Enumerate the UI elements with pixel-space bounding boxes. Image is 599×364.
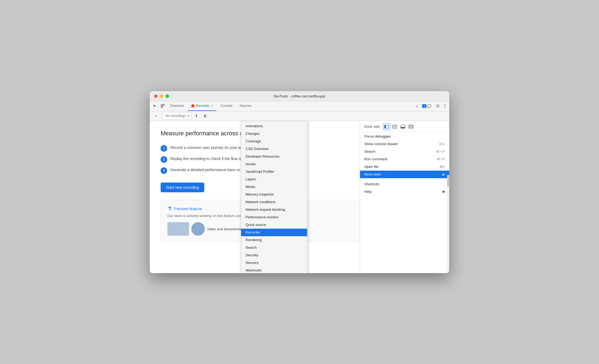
flask-icon: ⚗ — [167, 206, 172, 212]
issues-badge-button[interactable]: 1 💬 — [420, 102, 433, 110]
menu-coverage-label: Coverage — [246, 139, 261, 143]
open-file-label: Open file — [364, 165, 378, 169]
menu-developer-resources-label: Developer Resources — [246, 154, 279, 158]
dock-left-button[interactable] — [383, 123, 390, 130]
right-menu-help[interactable]: Help ▶ — [360, 188, 449, 196]
overflow-tabs-button[interactable]: » — [414, 102, 419, 110]
menu-item-media[interactable]: Media — [241, 183, 307, 191]
menu-recorder-label: Recorder — [246, 230, 260, 234]
start-recording-label: Start new recording — [166, 185, 199, 190]
more-options-button[interactable] — [443, 102, 447, 110]
dock-right-split-button[interactable] — [391, 123, 398, 130]
tab-sources-label: Sources — [239, 104, 251, 108]
svg-rect-13 — [401, 127, 405, 128]
svg-point-4 — [445, 104, 445, 105]
menu-performance-monitor-label: Performance monitor — [246, 215, 278, 219]
start-recording-button[interactable]: Start new recording — [161, 183, 204, 192]
svg-rect-8 — [384, 125, 386, 128]
menu-network-request-blocking-label: Network request blocking — [246, 207, 285, 212]
menu-item-issues[interactable]: Issues — [241, 160, 307, 168]
maximize-button[interactable] — [165, 94, 169, 98]
right-menu-more-tools[interactable]: More tools ▶ — [360, 171, 449, 178]
help-arrow-icon: ▶ — [443, 190, 445, 193]
menu-item-coverage[interactable]: Coverage — [241, 138, 307, 145]
tab-recorder[interactable]: 🔴 Recorder ✕ — [188, 101, 216, 111]
right-menu-run-command[interactable]: Run command ⌘⇧P — [360, 155, 449, 163]
step-3-number: 3 — [161, 167, 167, 174]
menu-item-recorder[interactable]: Recorder — [241, 229, 307, 236]
tab-recorder-close[interactable]: ✕ — [211, 104, 213, 108]
settings-button[interactable] — [434, 102, 442, 110]
thumbnail-image-1 — [167, 222, 189, 236]
dropdown-arrow-icon: ▾ — [187, 114, 189, 118]
menu-item-animations[interactable]: Animations — [241, 122, 307, 130]
menu-item-network-request-blocking[interactable]: Network request blocking — [241, 206, 307, 213]
menu-issues-label: Issues — [246, 162, 256, 166]
menu-item-webaudio[interactable]: WebAudio — [241, 267, 307, 273]
title-bar: DevTools - coffee-cart.netlify.app/ — [150, 91, 449, 101]
dock-bottom-button[interactable] — [399, 123, 406, 130]
menu-sensors-label: Sensors — [246, 261, 259, 265]
right-menu-shortcuts[interactable]: Shortcuts — [360, 180, 449, 188]
no-recordings-label: No recordings — [165, 114, 186, 118]
menu-item-search[interactable]: Search — [241, 244, 307, 251]
menu-animations-label: Animations — [246, 124, 263, 128]
right-menu-show-console-drawer[interactable]: Show console drawer Esc — [360, 140, 449, 148]
export-recording-button[interactable]: ⬆ — [193, 112, 200, 120]
tab-sources[interactable]: Sources — [236, 101, 254, 111]
menu-item-network-conditions[interactable]: Network conditions — [241, 198, 307, 206]
menu-item-layers[interactable]: Layers — [241, 175, 307, 183]
menu-item-developer-resources[interactable]: Developer Resources — [241, 153, 307, 160]
svg-point-6 — [445, 107, 445, 108]
svg-point-5 — [445, 106, 445, 107]
recorder-toolbar: + No recordings ▾ ⬆ 🗑 — [150, 111, 449, 121]
right-menu-focus-debuggee[interactable]: Focus debuggee — [360, 133, 449, 140]
menu-media-label: Media — [246, 185, 255, 189]
menu-javascript-profiler-label: JavaScript Profiler — [246, 170, 274, 174]
menu-item-javascript-profiler[interactable]: JavaScript Profiler — [241, 168, 307, 175]
search-label: Search — [364, 149, 375, 154]
search-shortcut: ⌘⌥F — [436, 150, 445, 154]
toolbar-divider-1 — [161, 113, 161, 119]
tab-recorder-label: Recorder — [196, 104, 209, 108]
run-command-label: Run command — [364, 157, 387, 161]
minimize-button[interactable] — [160, 94, 163, 98]
show-console-drawer-shortcut: Esc — [439, 142, 445, 146]
menu-item-sensors[interactable]: Sensors — [241, 259, 307, 267]
close-button[interactable] — [154, 94, 158, 98]
menu-item-changes[interactable]: Changes — [241, 130, 307, 138]
inspect-icon[interactable] — [159, 102, 167, 110]
right-menu-open-file[interactable]: Open file ⌘P — [360, 163, 449, 171]
focus-debuggee-label: Focus debuggee — [364, 134, 391, 138]
scrollbar-track[interactable] — [447, 175, 449, 273]
thumbnail-image-2 — [191, 222, 205, 236]
tab-console[interactable]: Console — [217, 101, 235, 111]
menu-item-rendering[interactable]: Rendering — [241, 236, 307, 244]
menu-item-security[interactable]: Security — [241, 251, 307, 259]
menu-rendering-label: Rendering — [246, 238, 262, 242]
menu-item-quick-source[interactable]: Quick source — [241, 221, 307, 229]
right-menu-search[interactable]: Search ⌘⌥F — [360, 148, 449, 155]
delete-recording-button[interactable]: 🗑 — [201, 112, 209, 120]
undock-button[interactable] — [407, 123, 415, 130]
main-content: Measure performance across an entire use… — [150, 121, 449, 273]
preview-title: Preview feature — [174, 206, 202, 211]
more-tools-menu: Animations Changes Coverage CSS Overview… — [241, 121, 307, 273]
cursor-icon[interactable] — [151, 102, 158, 110]
menu-item-css-overview[interactable]: CSS Overview — [241, 145, 307, 153]
menu-item-memory-inspector[interactable]: Memory Inspector — [241, 191, 307, 198]
menu-divider — [360, 178, 449, 180]
tab-elements[interactable]: Elements — [167, 101, 187, 111]
svg-rect-11 — [395, 125, 396, 128]
menu-item-performance-monitor[interactable]: Performance monitor — [241, 213, 307, 221]
recordings-dropdown[interactable]: No recordings ▾ — [163, 112, 192, 119]
add-recording-button[interactable]: + — [152, 112, 160, 120]
traffic-lights — [154, 94, 169, 98]
dock-side-row: Dock side — [360, 121, 449, 133]
tab-bar: Elements 🔴 Recorder ✕ Console Sources » — [150, 101, 449, 111]
tab-bar-left: Elements 🔴 Recorder ✕ Console Sources — [151, 101, 254, 111]
more-tools-label: More tools — [364, 172, 381, 176]
tab-bar-right: » 1 💬 — [414, 101, 448, 111]
scrollbar-thumb[interactable] — [447, 176, 449, 187]
window-title: DevTools - coffee-cart.netlify.app/ — [154, 94, 445, 98]
